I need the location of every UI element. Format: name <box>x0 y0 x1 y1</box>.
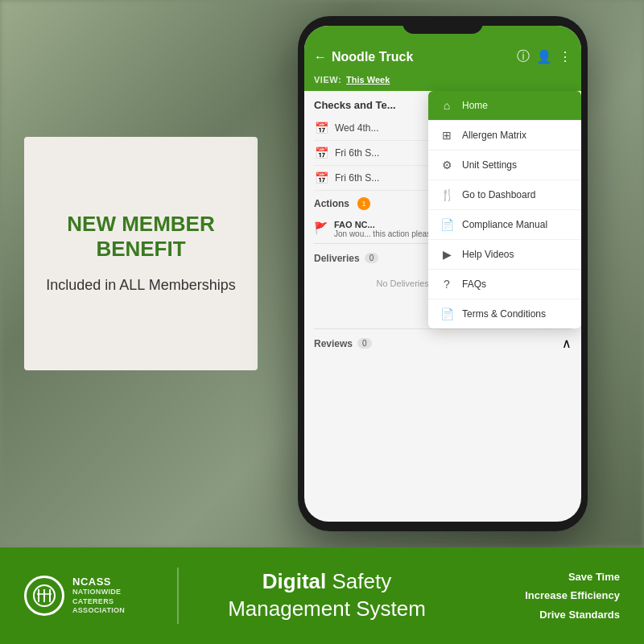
menu-label-allergen: Allergen Matrix <box>462 130 526 141</box>
ncass-logo: NCASS NATIONWIDECATERERSASSOCIATION <box>24 576 153 616</box>
bottom-right-item-2: Increase Efficiency <box>475 586 620 605</box>
bottom-center: Digital SafetyManagement System <box>203 568 451 623</box>
header-icons: ⓘ 👤 ⋮ <box>517 48 572 65</box>
menu-label-dashboard: Go to Dashboard <box>462 189 535 200</box>
ncass-title: NCASS <box>72 576 125 588</box>
deliveries-count: 0 <box>365 253 379 263</box>
view-label: VIEW: <box>314 75 341 85</box>
chevron-up-icon-2[interactable]: ∧ <box>562 336 572 351</box>
actions-label: Actions <box>314 198 349 209</box>
dropdown-menu: ⌂ Home ⊞ Allergen Matrix ⚙ Unit Settings… <box>428 91 581 328</box>
actions-badge: 1 <box>357 197 370 210</box>
document-icon: 📄 <box>440 218 454 231</box>
benefit-title: NEW MEMBER BENEFIT <box>67 212 214 262</box>
calendar-icon-3: 📅 <box>314 171 328 184</box>
ncass-icon <box>24 576 64 616</box>
reviews-label: Reviews <box>314 338 353 349</box>
grid-icon: ⊞ <box>440 129 454 142</box>
deliveries-left: Deliveries 0 <box>314 253 378 264</box>
phone-screen: ← Noodle Truck ⓘ 👤 ⋮ VIEW: This Week Che… <box>304 26 581 522</box>
menu-label-videos: Help Videos <box>462 249 514 260</box>
menu-item-terms[interactable]: 📄 Terms & Conditions <box>428 299 581 328</box>
menu-item-settings[interactable]: ⚙ Unit Settings <box>428 151 581 180</box>
reviews-row: Reviews 0 ∧ <box>314 328 572 354</box>
settings-icon: ⚙ <box>440 159 454 171</box>
reviews-left: Reviews 0 <box>314 338 372 349</box>
list-text-2: Fri 6th S... <box>335 147 379 159</box>
bottom-right: Save Time Increase Efficiency Drive Stan… <box>475 568 620 624</box>
calendar-icon-1: 📅 <box>314 122 328 134</box>
user-icon[interactable]: 👤 <box>536 49 552 64</box>
phone-notch <box>402 16 483 34</box>
menu-label-settings: Unit Settings <box>462 159 517 171</box>
phone-title: Noodle Truck <box>332 50 413 64</box>
menu-item-faqs[interactable]: ? FAQs <box>428 270 581 299</box>
terms-icon: 📄 <box>440 308 454 320</box>
bottom-right-item-1: Save Time <box>475 568 620 586</box>
bottom-main-text: Digital SafetyManagement System <box>203 568 451 623</box>
menu-label-home: Home <box>462 100 488 111</box>
phone-frame: ← Noodle Truck ⓘ 👤 ⋮ VIEW: This Week Che… <box>298 16 588 531</box>
bottom-bold-text: Digital <box>262 569 326 593</box>
menu-label-compliance: Compliance Manual <box>462 219 547 230</box>
fao-title: FAO NC... <box>334 220 436 229</box>
fao-body: Jon wou... this action please <box>334 229 436 238</box>
phone-content: Checks and Te... 📅 Wed 4th... 📅 Fri 6th … <box>304 91 581 362</box>
view-bar: VIEW: This Week <box>304 72 581 91</box>
list-text-3: Fri 6th S... <box>335 172 379 184</box>
question-icon: ? <box>440 278 454 291</box>
home-icon: ⌂ <box>440 99 454 112</box>
deliveries-label: Deliveries <box>314 253 360 264</box>
dashboard-icon: 🍴 <box>440 188 454 201</box>
more-icon[interactable]: ⋮ <box>559 49 572 64</box>
flag-icon: 🚩 <box>314 221 328 234</box>
menu-item-videos[interactable]: ▶ Help Videos <box>428 240 581 270</box>
menu-item-dashboard[interactable]: 🍴 Go to Dashboard <box>428 180 581 210</box>
ncass-subtitle: NATIONWIDECATERERSASSOCIATION <box>72 588 125 616</box>
menu-item-allergen[interactable]: ⊞ Allergen Matrix <box>428 121 581 151</box>
view-value[interactable]: This Week <box>346 75 390 85</box>
bottom-divider <box>177 568 179 624</box>
ncass-text: NCASS NATIONWIDECATERERSASSOCIATION <box>72 576 125 616</box>
menu-item-home[interactable]: ⌂ Home <box>428 91 581 121</box>
info-icon[interactable]: ⓘ <box>517 48 530 65</box>
back-arrow-icon[interactable]: ← <box>314 50 327 64</box>
list-text-1: Wed 4th... <box>335 122 378 134</box>
reviews-count: 0 <box>357 338 372 349</box>
fao-text: FAO NC... Jon wou... this action please <box>334 220 436 238</box>
menu-label-terms: Terms & Conditions <box>462 308 546 320</box>
benefit-card: NEW MEMBER BENEFIT Included in ALL Membe… <box>24 137 258 370</box>
calendar-icon-2: 📅 <box>314 147 328 159</box>
bottom-bar: NCASS NATIONWIDECATERERSASSOCIATION Digi… <box>0 547 644 644</box>
bottom-right-item-3: Drive Standards <box>475 605 620 624</box>
menu-label-faqs: FAQs <box>462 279 486 290</box>
menu-item-compliance[interactable]: 📄 Compliance Manual <box>428 210 581 240</box>
header-left: ← Noodle Truck <box>314 50 413 64</box>
play-icon: ▶ <box>440 248 454 261</box>
phone-container: ← Noodle Truck ⓘ 👤 ⋮ VIEW: This Week Che… <box>290 16 596 547</box>
benefit-subtitle: Included in ALL Memberships <box>46 275 235 295</box>
